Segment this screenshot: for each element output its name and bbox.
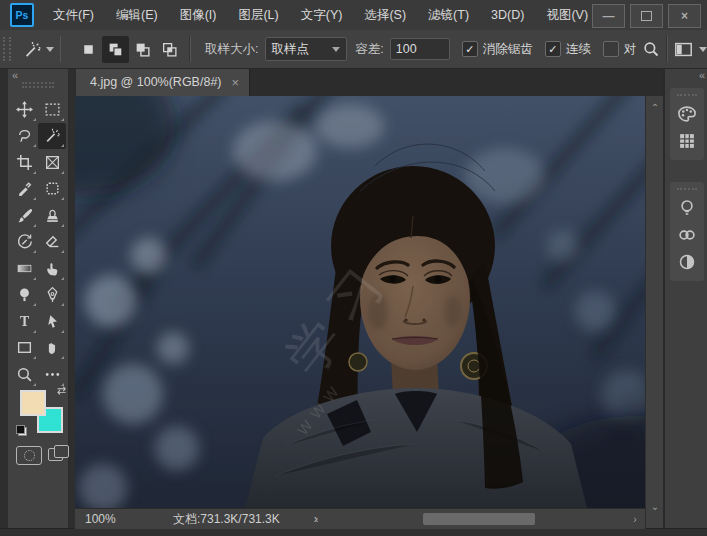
magic-wand-tool[interactable] xyxy=(38,123,66,150)
photoshop-logo-icon: Ps xyxy=(10,3,34,27)
history-brush-tool[interactable] xyxy=(10,229,38,256)
document-tab[interactable]: 4.jpg @ 100%(RGB/8#) × xyxy=(76,68,250,96)
document-tab-title: 4.jpg @ 100%(RGB/8#) xyxy=(90,75,222,89)
default-colors-icon[interactable] xyxy=(16,425,27,436)
menu-item-1[interactable]: 文件(F) xyxy=(42,1,105,30)
menu-item-4[interactable]: 图层(L) xyxy=(227,1,289,30)
color-palette-icon[interactable] xyxy=(673,100,701,127)
collapse-toolbar-icon[interactable]: « xyxy=(12,69,17,81)
scroll-down-icon[interactable]: ⌄ xyxy=(646,501,664,512)
intersect-selection-mode-button[interactable] xyxy=(156,36,183,63)
foreground-color-swatch[interactable] xyxy=(20,390,46,416)
tolerance-label: 容差: xyxy=(355,41,383,58)
unchecked-checkbox-icon xyxy=(603,41,619,57)
crop-tool[interactable] xyxy=(10,149,38,176)
bottom-strip xyxy=(0,528,707,536)
menu-item-3[interactable]: 图像(I) xyxy=(169,1,228,30)
light-bulb-icon[interactable] xyxy=(673,194,701,221)
pen-tool[interactable] xyxy=(38,282,66,309)
scroll-right-icon[interactable]: › xyxy=(633,511,637,527)
creative-cloud-icon[interactable] xyxy=(673,221,701,248)
swatches-grid-icon[interactable] xyxy=(673,127,701,154)
scroll-up-icon[interactable]: ⌃ xyxy=(646,102,664,113)
dodge-tool[interactable] xyxy=(10,282,38,309)
screen-mode-button[interactable] xyxy=(48,445,70,463)
adjustments-icon[interactable] xyxy=(673,248,701,275)
anti-alias-checkbox-row[interactable]: ✓ 消除锯齿 xyxy=(462,41,533,58)
canvas-image[interactable]: 学习 WWW xyxy=(75,96,645,508)
panel-grip[interactable] xyxy=(677,94,697,96)
sample-all-layers-checkbox-row[interactable]: 对 xyxy=(603,41,637,58)
tolerance-input[interactable] xyxy=(390,38,450,60)
menu-item-5[interactable]: 文字(Y) xyxy=(290,1,354,30)
gradient-tool[interactable] xyxy=(10,255,38,282)
smudge-tool[interactable] xyxy=(38,255,66,282)
type-tool[interactable]: T xyxy=(10,308,38,335)
color-swatches: ⇄ xyxy=(18,386,64,432)
subtract-from-selection-mode-button[interactable] xyxy=(129,36,156,63)
close-tab-icon[interactable]: × xyxy=(232,75,240,90)
svg-text:T: T xyxy=(19,314,28,329)
lasso-tool[interactable] xyxy=(10,123,38,150)
tool-options-bar: 取样大小: 取样点 容差: ✓ 消除锯齿 ✓ 连续 对 xyxy=(0,30,707,69)
menu-item-6[interactable]: 选择(S) xyxy=(353,1,417,30)
separator xyxy=(60,36,62,62)
menu-bar: Ps 文件(F)编辑(E)图像(I)图层(L)文字(Y)选择(S)滤镜(T)3D… xyxy=(0,0,707,31)
contiguous-label: 连续 xyxy=(566,41,591,58)
tools-panel: « T ⇄ xyxy=(8,68,69,528)
move-tool[interactable] xyxy=(10,96,38,123)
scroll-left-icon[interactable]: ‹ xyxy=(315,511,319,527)
menu-item-8[interactable]: 3D(D) xyxy=(480,1,535,30)
minimize-button[interactable]: — xyxy=(592,4,625,28)
new-selection-mode-button[interactable] xyxy=(75,36,102,63)
chevron-down-icon xyxy=(46,47,54,52)
toolbar-grip[interactable] xyxy=(22,82,54,84)
contiguous-checkbox-row[interactable]: ✓ 连续 xyxy=(545,41,591,58)
right-dock-panel: « xyxy=(663,68,707,528)
window-controls: — × xyxy=(587,4,701,28)
zoom-level-field[interactable]: 100% xyxy=(75,512,135,526)
chevron-down-icon xyxy=(332,47,340,52)
menu-item-7[interactable]: 滤镜(T) xyxy=(417,1,480,30)
collapse-panel-icon[interactable]: « xyxy=(699,69,704,81)
eyedropper-tool[interactable] xyxy=(10,176,38,203)
maximize-button[interactable] xyxy=(630,4,663,28)
workspace-panel-icon[interactable] xyxy=(674,40,693,59)
sample-size-dropdown[interactable]: 取样点 xyxy=(265,37,348,61)
swap-colors-icon[interactable]: ⇄ xyxy=(57,384,66,397)
patch-tool[interactable] xyxy=(38,176,66,203)
frame-tool[interactable] xyxy=(38,149,66,176)
close-button[interactable]: × xyxy=(668,4,701,28)
tool-preset-picker[interactable] xyxy=(23,40,54,59)
options-grip[interactable] xyxy=(3,37,11,61)
checked-checkbox-icon: ✓ xyxy=(462,41,478,57)
panel-grip[interactable] xyxy=(677,188,697,190)
vertical-scrollbar[interactable]: ⌃ ⌄ xyxy=(645,96,664,528)
chevron-down-icon[interactable] xyxy=(699,47,707,52)
toolbar-grip[interactable] xyxy=(22,86,54,88)
checked-checkbox-icon: ✓ xyxy=(545,41,561,57)
menu-list: 文件(F)编辑(E)图像(I)图层(L)文字(Y)选择(S)滤镜(T)3D(D)… xyxy=(42,1,602,30)
document-tab-bar: 4.jpg @ 100%(RGB/8#) × xyxy=(75,68,663,96)
photo-woman-portrait: 学习 WWW xyxy=(75,96,645,508)
magnifier-icon[interactable] xyxy=(642,40,660,58)
scrollbar-thumb[interactable] xyxy=(423,513,535,525)
rectangle-shape-tool[interactable] xyxy=(10,335,38,362)
sample-size-value: 取样点 xyxy=(272,41,310,58)
menu-item-2[interactable]: 编辑(E) xyxy=(105,1,169,30)
add-to-selection-mode-button[interactable] xyxy=(102,36,129,63)
sample-size-label: 取样大小: xyxy=(205,41,258,58)
clone-stamp-tool[interactable] xyxy=(38,202,66,229)
zoom-tool[interactable] xyxy=(10,361,38,388)
status-bar: 100% 文档:731.3K/731.3K › ‹ › xyxy=(75,508,645,529)
horizontal-scrollbar[interactable]: ‹ › xyxy=(313,511,639,527)
hand-tool[interactable] xyxy=(38,335,66,362)
panel-icon-group-2 xyxy=(670,182,704,281)
brush-tool[interactable] xyxy=(10,202,38,229)
rectangular-marquee-tool[interactable] xyxy=(38,96,66,123)
magic-wand-icon xyxy=(23,40,42,59)
quick-mask-button[interactable] xyxy=(16,446,42,465)
eraser-tool[interactable] xyxy=(38,229,66,256)
path-selection-tool[interactable] xyxy=(38,308,66,335)
document-size-info: 文档:731.3K/731.3K xyxy=(173,511,280,528)
